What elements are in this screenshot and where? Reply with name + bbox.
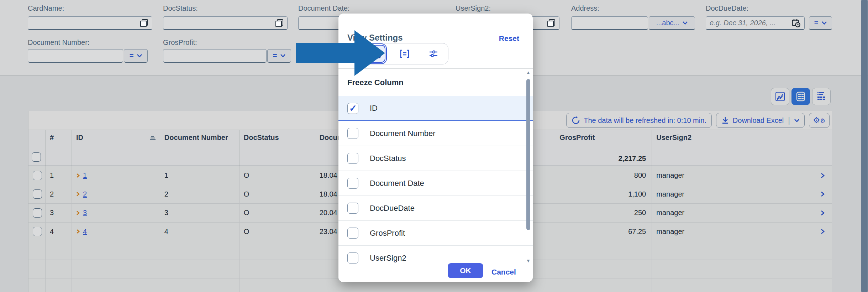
list-item-docstatus[interactable]: DocStatus <box>338 146 533 171</box>
sliders-icon <box>428 49 438 58</box>
list-item-label: Document Date <box>370 179 424 188</box>
list-item-label: Document Number <box>370 129 436 138</box>
checkbox[interactable] <box>347 203 358 214</box>
scroll-down-arrow[interactable]: ▼ <box>526 258 531 264</box>
list-item-label: ID <box>370 104 378 113</box>
freeze-column-group-header: Freeze Column <box>338 69 533 96</box>
sort-icon <box>400 49 410 58</box>
dialog-title: View Settings <box>347 33 403 43</box>
checkbox[interactable] <box>347 153 358 164</box>
freeze-column-list: Freeze Column ID Document Number DocStat… <box>338 68 533 265</box>
reset-button[interactable]: Reset <box>499 34 519 43</box>
view-settings-tabs <box>362 43 448 64</box>
list-item-docduedate[interactable]: DocDueDate <box>338 196 533 221</box>
freeze-column-icon <box>372 49 382 59</box>
filter-tab[interactable] <box>424 44 443 63</box>
list-item-label: UserSign2 <box>370 254 406 263</box>
list-item-document-date[interactable]: Document Date <box>338 171 533 196</box>
freeze-column-tab[interactable] <box>368 45 385 63</box>
list-item-id[interactable]: ID <box>338 96 533 121</box>
sort-tab[interactable] <box>395 44 414 63</box>
checkbox[interactable] <box>347 228 358 239</box>
checkbox[interactable] <box>347 128 358 139</box>
checkbox[interactable] <box>347 178 358 189</box>
list-item-label: DocDueDate <box>370 204 415 213</box>
list-item-label: DocStatus <box>370 154 406 163</box>
scrollbar-thumb[interactable] <box>526 79 530 230</box>
list-item-usersign2[interactable]: UserSign2 <box>338 246 533 265</box>
list-item-label: GrosProfit <box>370 229 405 238</box>
list-item-grosprofit[interactable]: GrosProfit <box>338 221 533 246</box>
list-item-document-number[interactable]: Document Number <box>338 121 533 146</box>
view-settings-dialog: View Settings Reset <box>338 14 533 282</box>
dialog-footer: OK Cancel <box>338 265 533 282</box>
checkbox[interactable] <box>347 252 358 264</box>
scroll-up-arrow[interactable]: ▲ <box>526 70 531 75</box>
dialog-scrollbar: ▲ ▼ <box>526 70 531 265</box>
checkbox[interactable] <box>347 103 358 114</box>
ok-button[interactable]: OK <box>448 263 483 278</box>
cancel-button[interactable]: Cancel <box>491 265 516 279</box>
